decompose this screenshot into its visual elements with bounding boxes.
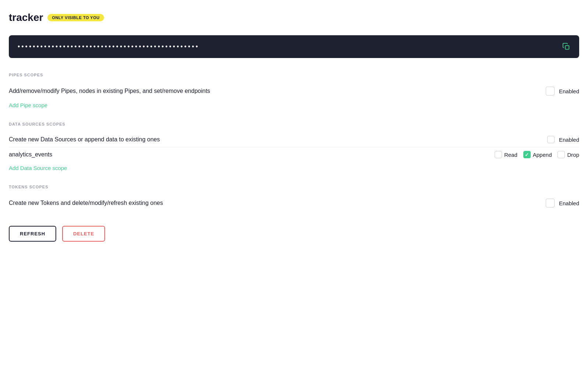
data-sources-enabled-label: Enabled xyxy=(559,137,579,143)
data-sources-scope-row: Create new Data Sources or append data t… xyxy=(9,132,579,147)
visibility-badge: ONLY VISIBLE TO YOU xyxy=(47,14,104,21)
tokens-enabled-checkbox[interactable] xyxy=(546,199,555,207)
tokens-scope-row: Create new Tokens and delete/modify/refr… xyxy=(9,195,579,211)
copy-icon[interactable] xyxy=(562,43,570,51)
drop-checkbox[interactable] xyxy=(557,151,565,158)
tokens-scopes-label: TOKENS SCOPES xyxy=(9,185,579,189)
datasource-row: analytics_events Read Append Drop xyxy=(9,147,579,162)
tokens-scope-description: Create new Tokens and delete/modify/refr… xyxy=(9,200,163,206)
header-row: tracker ONLY VISIBLE TO YOU xyxy=(9,12,579,24)
token-dots: ••••••••••••••••••••••••••••••••••••••••… xyxy=(18,43,199,51)
add-pipe-scope-link[interactable]: Add Pipe scope xyxy=(9,102,47,108)
token-bar: ••••••••••••••••••••••••••••••••••••••••… xyxy=(9,35,579,58)
append-checkbox[interactable] xyxy=(523,151,531,158)
delete-button[interactable]: DELETE xyxy=(62,226,105,242)
data-sources-scopes-label: DATA SOURCES SCOPES xyxy=(9,122,579,126)
add-data-source-scope-link[interactable]: Add Data Source scope xyxy=(9,165,67,171)
tokens-enabled-label: Enabled xyxy=(559,200,579,206)
tokens-scope-controls: Enabled xyxy=(546,199,579,207)
drop-label: Drop xyxy=(567,152,579,158)
data-sources-scopes-section: DATA SOURCES SCOPES Create new Data Sour… xyxy=(9,122,579,171)
append-label: Append xyxy=(533,152,552,158)
pipes-scopes-label: PIPES SCOPES xyxy=(9,73,579,77)
pipes-scope-description: Add/remove/modify Pipes, nodes in existi… xyxy=(9,88,210,94)
data-sources-scope-description: Create new Data Sources or append data t… xyxy=(9,136,160,143)
read-checkbox-item: Read xyxy=(495,151,517,158)
datasource-name: analytics_events xyxy=(9,151,52,158)
actions-row: REFRESH DELETE xyxy=(9,226,579,242)
pipes-scope-row: Add/remove/modify Pipes, nodes in existi… xyxy=(9,83,579,99)
app-title: tracker xyxy=(9,12,43,24)
svg-rect-0 xyxy=(565,46,569,49)
pipes-enabled-label: Enabled xyxy=(559,88,579,94)
append-checkbox-item: Append xyxy=(523,151,552,158)
tokens-scopes-section: TOKENS SCOPES Create new Tokens and dele… xyxy=(9,185,579,211)
drop-checkbox-item: Drop xyxy=(557,151,579,158)
pipes-scope-controls: Enabled xyxy=(546,87,579,95)
read-checkbox[interactable] xyxy=(495,151,502,158)
datasource-checkboxes: Read Append Drop xyxy=(495,151,579,158)
refresh-button[interactable]: REFRESH xyxy=(9,226,56,242)
pipes-enabled-checkbox[interactable] xyxy=(546,87,555,95)
data-sources-scope-controls: Enabled xyxy=(547,136,579,143)
read-label: Read xyxy=(504,152,517,158)
pipes-scopes-section: PIPES SCOPES Add/remove/modify Pipes, no… xyxy=(9,73,579,109)
data-sources-enabled-checkbox[interactable] xyxy=(547,136,555,143)
